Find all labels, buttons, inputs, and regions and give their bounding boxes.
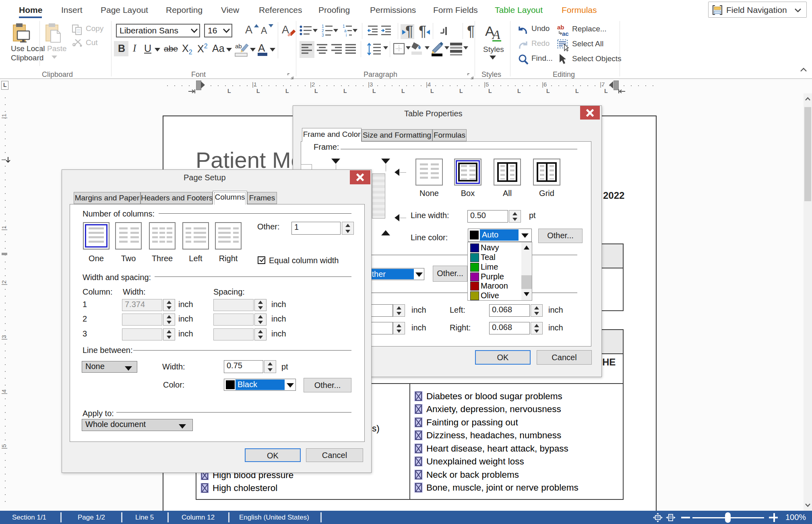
svg-text:2: 2 xyxy=(322,29,324,33)
svg-text:ab: ab xyxy=(557,24,564,31)
svg-text:ab: ab xyxy=(235,43,242,50)
svg-text:1: 1 xyxy=(343,24,345,29)
svg-text:A: A xyxy=(492,27,500,41)
svg-text:i: i xyxy=(346,33,347,37)
svg-text:ac: ac xyxy=(562,30,569,36)
svg-text:a: a xyxy=(344,29,347,33)
svg-text:3: 3 xyxy=(322,33,324,37)
svg-text:1: 1 xyxy=(322,24,324,29)
